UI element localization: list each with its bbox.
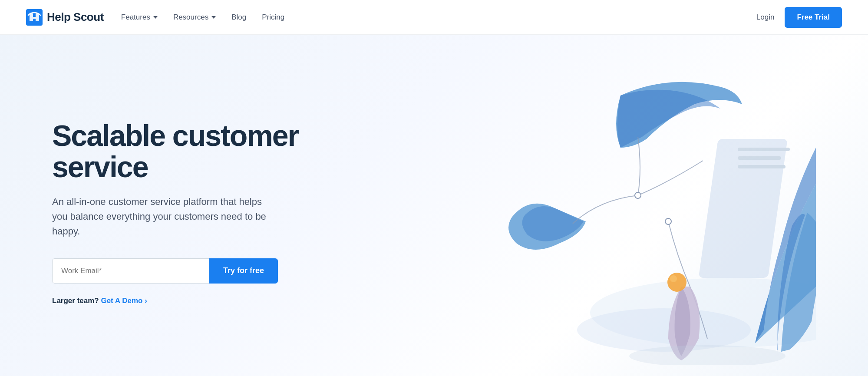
logo[interactable]: Help Scout	[26, 9, 104, 26]
nav-resources-label: Resources	[173, 13, 208, 22]
hero-section: Scalable customer service An all-in-one …	[0, 35, 868, 376]
hero-subtitle: An all-in-one customer service platform …	[52, 195, 278, 239]
try-free-button[interactable]: Try for free	[209, 258, 278, 284]
svg-point-9	[667, 273, 686, 292]
logo-text: Help Scout	[47, 10, 104, 24]
get-demo-link[interactable]: Get A Demo ›	[101, 297, 147, 305]
navbar-left: Help Scout Features Resources Blog Prici…	[26, 9, 284, 26]
nav-links: Features Resources Blog Pricing	[121, 13, 284, 22]
navbar: Help Scout Features Resources Blog Prici…	[0, 0, 868, 35]
hero-content: Scalable customer service An all-in-one …	[52, 120, 304, 305]
svg-point-8	[665, 218, 671, 224]
nav-resources[interactable]: Resources	[173, 13, 216, 22]
svg-point-10	[670, 275, 677, 282]
navbar-right: Login Free Trial	[756, 7, 842, 28]
nav-pricing[interactable]: Pricing	[262, 13, 284, 22]
nav-pricing-label: Pricing	[262, 13, 284, 22]
nav-features-label: Features	[121, 13, 150, 22]
larger-team-text: Larger team? Get A Demo ›	[52, 297, 304, 305]
login-link[interactable]: Login	[756, 13, 775, 22]
nav-blog-label: Blog	[231, 13, 246, 22]
features-chevron-icon	[153, 16, 158, 19]
hero-title: Scalable customer service	[52, 120, 304, 182]
svg-rect-6	[738, 165, 785, 168]
email-form: Try for free	[52, 258, 278, 284]
mobile-illustration	[425, 61, 816, 365]
email-input[interactable]	[52, 258, 209, 284]
svg-point-7	[635, 192, 641, 198]
helpscout-logo-icon	[26, 9, 43, 26]
nav-blog[interactable]: Blog	[231, 13, 246, 22]
larger-team-label: Larger team?	[52, 297, 99, 305]
free-trial-button[interactable]: Free Trial	[785, 7, 842, 28]
mobile-svg	[425, 61, 816, 365]
nav-features[interactable]: Features	[121, 13, 158, 22]
svg-point-2	[577, 308, 751, 352]
svg-rect-4	[738, 148, 790, 151]
resources-chevron-icon	[211, 16, 216, 19]
hero-illustration	[304, 61, 842, 365]
svg-rect-5	[738, 156, 781, 160]
